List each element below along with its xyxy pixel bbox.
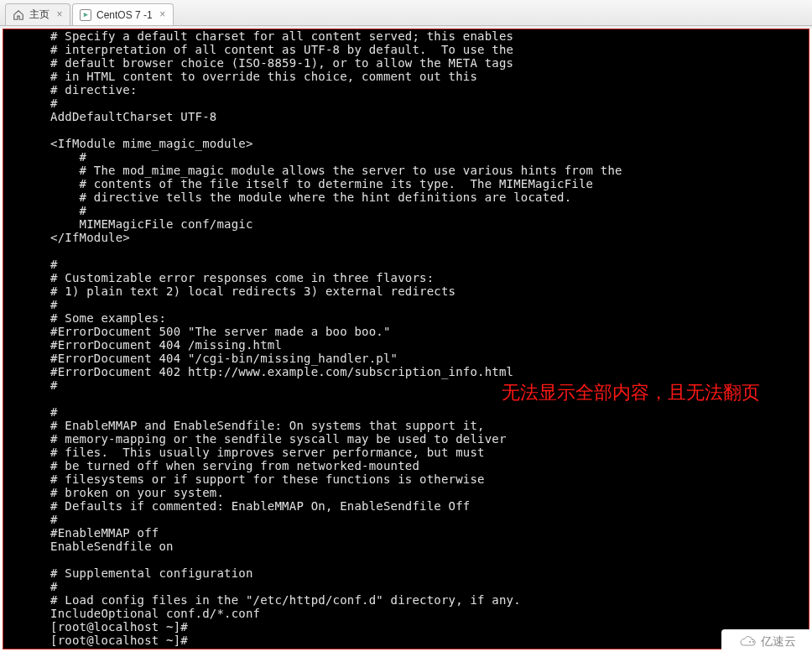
- tab-home-label: 主页: [29, 8, 49, 22]
- content-area: # Specify a default charset for all cont…: [0, 29, 812, 652]
- close-icon[interactable]: ×: [55, 10, 65, 20]
- terminal-cursor: [195, 649, 202, 649]
- tab-vm-label: CentOS 7 -1: [96, 9, 153, 21]
- tab-home[interactable]: 主页 ×: [5, 3, 70, 25]
- vm-icon: ▸: [80, 9, 91, 21]
- tab-bar: 主页 × ▸ CentOS 7 -1 ×: [0, 0, 812, 26]
- annotation-text: 无法显示全部内容，且无法翻页: [502, 378, 804, 406]
- close-icon[interactable]: ×: [158, 10, 168, 20]
- terminal-viewport[interactable]: # Specify a default charset for all cont…: [3, 29, 809, 649]
- terminal-output: # Specify a default charset for all cont…: [3, 29, 809, 649]
- svg-point-0: [749, 641, 751, 643]
- watermark-label: 亿速云: [761, 634, 796, 649]
- cloud-icon: [737, 635, 757, 649]
- watermark: 亿速云: [721, 629, 812, 652]
- tab-vm[interactable]: ▸ CentOS 7 -1 ×: [72, 3, 174, 25]
- home-icon: [13, 9, 24, 21]
- svg-point-1: [752, 641, 754, 643]
